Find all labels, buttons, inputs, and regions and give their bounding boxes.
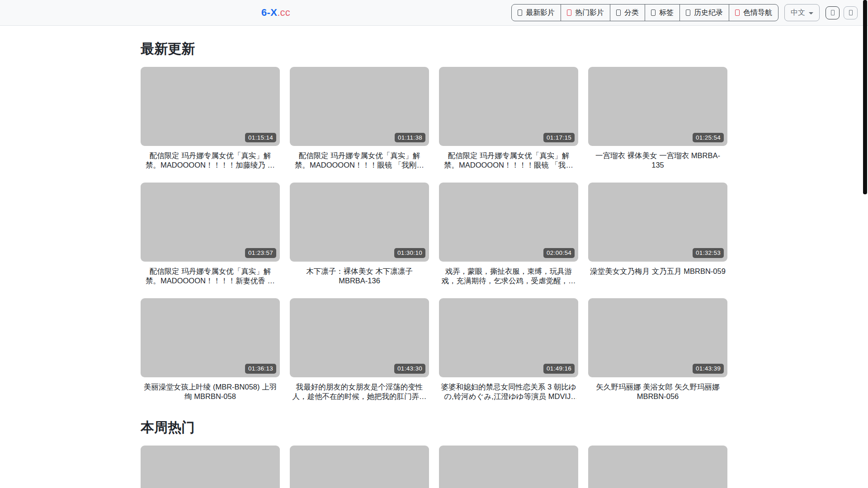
nav-button-label: 热门影片 [575, 8, 604, 18]
video-title[interactable]: 木下凛子：裸体美女 木下凛凛子 MBRBA-136 [292, 267, 427, 286]
video-thumbnail[interactable]: 01:43:39 [588, 298, 727, 377]
video-card[interactable] [439, 446, 578, 488]
video-thumbnail[interactable]: 01:32:53 [588, 183, 727, 262]
video-thumbnail[interactable]: 01:17:15 [439, 67, 578, 146]
grid-icon [616, 9, 621, 16]
video-title[interactable]: 矢久野玛丽娜 美浴女郎 矢久野玛丽娜 MBRBN-056 [590, 382, 726, 402]
icon-button-2[interactable] [844, 6, 858, 19]
video-thumbnail[interactable]: 01:11:38 [290, 67, 429, 146]
video-thumbnail[interactable]: 01:15:14 [141, 67, 280, 146]
nav-button-group: 最新影片 热门影片 分类 标签 历史纪录 色情导航 [511, 4, 778, 21]
video-card[interactable]: 01:15:14 配信限定 玛丹娜专属女优「真实」解禁。MADOOOON！！！！… [141, 67, 280, 170]
main-content: 最新更新 01:15:14 配信限定 玛丹娜专属女优「真实」解禁。MADOOOO… [141, 40, 727, 488]
video-card[interactable] [588, 446, 727, 488]
chevron-down-icon [809, 12, 813, 14]
duration-badge: 01:36:13 [245, 364, 276, 374]
video-title[interactable]: 我最好的朋友的女朋友是个淫荡的变性人，趁他不在的时候，她把我的肛门弄大了，让我一… [292, 382, 427, 402]
video-card[interactable]: 01:25:54 一宫瑠衣 裸体美女 一宫瑠衣 MBRBA-135 [588, 67, 727, 170]
duration-badge: 01:32:53 [693, 248, 724, 258]
nav-button-tags[interactable]: 标签 [645, 4, 680, 21]
glyph-icon [849, 10, 853, 15]
video-card[interactable]: 01:17:15 配信限定 玛丹娜专属女优「真实」解禁。MADOOOON！！！！… [439, 67, 578, 170]
section-title: 本周热门 [141, 418, 727, 437]
language-dropdown[interactable]: 中文 [784, 4, 820, 21]
video-thumbnail[interactable]: 01:30:10 [290, 183, 429, 262]
video-thumbnail[interactable] [439, 446, 578, 488]
video-grid [141, 446, 727, 488]
duration-badge: 01:30:10 [394, 248, 425, 258]
video-card[interactable]: 01:36:13 美丽澡堂女孩上叶绫 (MBR-BN058) 上羽绚 MBRBN… [141, 298, 280, 402]
video-thumbnail[interactable]: 01:49:16 [439, 298, 578, 377]
nav-button-porn-nav[interactable]: 色情导航 [729, 4, 778, 21]
video-section: 最新更新 01:15:14 配信限定 玛丹娜专属女优「真实」解禁。MADOOOO… [141, 40, 727, 402]
top-navbar: 6-X.cc 最新影片 热门影片 分类 标签 历史纪录 色情导航 中文 [0, 0, 868, 26]
video-title[interactable]: 戏弄，蒙眼，撕扯衣服，束缚，玩具游戏，充满期待，乞求公鸡，受虐觉醒，射精，4 性… [441, 267, 576, 286]
video-title[interactable]: 美丽澡堂女孩上叶绫 (MBR-BN058) 上羽绚 MBRBN-058 [142, 382, 278, 402]
nav-button-label: 标签 [659, 8, 674, 18]
video-thumbnail[interactable]: 01:36:13 [141, 298, 280, 377]
video-thumbnail[interactable]: 01:43:30 [290, 298, 429, 377]
video-thumbnail[interactable] [588, 446, 727, 488]
navbar-right-cluster: 最新影片 热门影片 分类 标签 历史纪录 色情导航 中文 [511, 4, 858, 21]
tag-icon [651, 9, 656, 16]
duration-badge: 02:00:54 [543, 248, 575, 258]
video-card[interactable]: 01:11:38 配信限定 玛丹娜专属女优「真实」解禁。MADOOOON！！！眼… [290, 67, 429, 170]
video-thumbnail[interactable]: 01:23:57 [141, 183, 280, 262]
video-title[interactable]: 配信限定 玛丹娜专属女优「真实」解禁。MADOOOON！！！眼镜 「我刚被告知 … [292, 151, 427, 170]
video-card[interactable] [141, 446, 280, 488]
duration-badge: 01:17:15 [543, 133, 575, 143]
video-card[interactable]: 01:23:57 配信限定 玛丹娜专属女优「真实」解禁。MADOOOON！！！！… [141, 183, 280, 286]
site-logo[interactable]: 6-X.cc [261, 7, 290, 19]
duration-badge: 01:11:38 [395, 133, 425, 143]
nav-button-label: 分类 [624, 8, 639, 18]
nav-button-hot-videos[interactable]: 热门影片 [561, 4, 610, 21]
video-title[interactable]: 配信限定 玛丹娜专属女优「真实」解禁。MADOOOON！！！！眼镜 「我刚被要 … [441, 151, 576, 170]
vertical-scrollbar-thumb[interactable] [863, 0, 867, 194]
duration-badge: 01:43:30 [394, 364, 425, 374]
video-card[interactable]: 02:00:54 戏弄，蒙眼，撕扯衣服，束缚，玩具游戏，充满期待，乞求公鸡，受虐… [439, 183, 578, 286]
history-icon [686, 9, 690, 16]
site-logo-tld: .cc [277, 7, 290, 18]
compass-icon [735, 9, 740, 16]
section-title: 最新更新 [141, 40, 727, 58]
nav-button-categories[interactable]: 分类 [610, 4, 645, 21]
video-card[interactable]: 01:49:16 婆婆和媳妇的禁忌女同性恋关系 3 朝比ゆの,铃河めぐみ,江澄ゆ… [439, 298, 578, 402]
icon-button-1[interactable] [826, 6, 840, 19]
nav-button-history[interactable]: 历史纪录 [679, 4, 729, 21]
video-title[interactable]: 一宫瑠衣 裸体美女 一宫瑠衣 MBRBA-135 [590, 151, 726, 170]
film-icon [518, 9, 522, 16]
nav-button-label: 色情导航 [743, 8, 772, 18]
fire-icon [567, 9, 571, 16]
language-label: 中文 [791, 8, 805, 18]
video-title[interactable]: 澡堂美女文乃梅月 文乃五月 MBRBN-059 [590, 267, 726, 276]
nav-button-latest-videos[interactable]: 最新影片 [511, 4, 561, 21]
nav-button-label: 历史纪录 [694, 8, 723, 18]
video-grid: 01:15:14 配信限定 玛丹娜专属女优「真实」解禁。MADOOOON！！！！… [141, 67, 727, 402]
video-thumbnail[interactable] [141, 446, 280, 488]
video-thumbnail[interactable] [290, 446, 429, 488]
video-card[interactable]: 01:43:30 我最好的朋友的女朋友是个淫荡的变性人，趁他不在的时候，她把我的… [290, 298, 429, 402]
duration-badge: 01:25:54 [693, 133, 724, 143]
duration-badge: 01:43:39 [693, 364, 724, 374]
glyph-icon [831, 10, 835, 15]
video-card[interactable]: 01:43:39 矢久野玛丽娜 美浴女郎 矢久野玛丽娜 MBRBN-056 [588, 298, 727, 402]
video-title[interactable]: 婆婆和媳妇的禁忌女同性恋关系 3 朝比ゆの,铃河めぐみ,江澄ゆゆ等演员 MDVI… [441, 382, 576, 402]
video-thumbnail[interactable]: 02:00:54 [439, 183, 578, 262]
video-card[interactable]: 01:32:53 澡堂美女文乃梅月 文乃五月 MBRBN-059 [588, 183, 727, 286]
video-section: 本周热门 [141, 418, 727, 488]
video-card[interactable] [290, 446, 429, 488]
site-logo-name: 6-X [261, 7, 277, 18]
nav-button-label: 最新影片 [526, 8, 555, 18]
video-title[interactable]: 配信限定 玛丹娜专属女优「真实」解禁。MADOOOON！！！！新妻优香 自拍性爱… [142, 267, 278, 286]
video-title[interactable]: 配信限定 玛丹娜专属女优「真实」解禁。MADOOOON！！！！加藤绫乃 自拍性爱… [142, 151, 278, 170]
duration-badge: 01:23:57 [245, 248, 276, 258]
duration-badge: 01:49:16 [543, 364, 575, 374]
duration-badge: 01:15:14 [245, 133, 276, 143]
video-thumbnail[interactable]: 01:25:54 [588, 67, 727, 146]
video-card[interactable]: 01:30:10 木下凛子：裸体美女 木下凛凛子 MBRBA-136 [290, 183, 429, 286]
